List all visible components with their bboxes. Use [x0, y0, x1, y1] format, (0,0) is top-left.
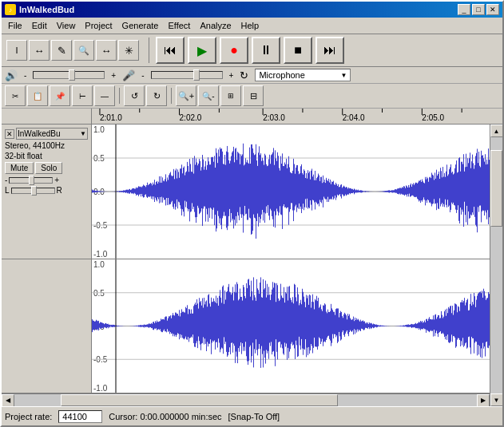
multitool-button[interactable]: ✳: [118, 40, 139, 61]
ruler-svg: [92, 109, 490, 124]
track-1-info-line2: 32-bit float: [5, 152, 88, 160]
app-icon: ♪: [5, 4, 16, 15]
zoom-out-button[interactable]: 🔍-: [198, 85, 219, 106]
envelope-tool-button[interactable]: ↔: [29, 40, 50, 61]
track-1-info: ✕ InWalkedBu ▼ Stereo, 44100Hz 32-bit fl…: [2, 125, 92, 259]
track-1-name-dropdown[interactable]: InWalkedBu ▼: [16, 128, 88, 140]
track-1-name: InWalkedBu: [18, 129, 61, 138]
ffwd-button[interactable]: ⏭: [315, 37, 344, 64]
pan-left-label: L: [5, 186, 10, 195]
ruler-scroll-spacer: [490, 109, 502, 124]
play-button[interactable]: ▶: [188, 37, 216, 64]
pan-right-label: R: [57, 186, 62, 195]
ruler-timeline: 2:01.0 2:02.0 2:03.0 2:04.0 2:05.0: [92, 109, 490, 124]
edit-toolbar: ✂ 📋 📌 ⊢ — ↺ ↻ 🔍+ 🔍- ⊞ ⊟: [2, 84, 502, 109]
track-1-close-button[interactable]: ✕: [5, 129, 14, 139]
maximize-button[interactable]: □: [472, 4, 485, 15]
menu-project[interactable]: Project: [80, 19, 117, 32]
scroll-down-button[interactable]: ▼: [490, 393, 503, 406]
scroll-left-button[interactable]: ◀: [2, 394, 14, 407]
input-icon: ↻: [240, 69, 248, 81]
track-1-waveform[interactable]: [92, 125, 490, 259]
track-1-info-line1: Stereo, 44100Hz: [5, 141, 88, 150]
draw-tool-button[interactable]: ✎: [51, 40, 72, 61]
project-rate-label: Project rate:: [5, 412, 52, 421]
menu-effect[interactable]: Effect: [163, 19, 195, 32]
track-1-mute-button[interactable]: Mute: [5, 162, 34, 174]
track-1: ✕ InWalkedBu ▼ Stereo, 44100Hz 32-bit fl…: [2, 125, 490, 259]
mic-min: -: [141, 71, 144, 80]
track-1-header: ✕ InWalkedBu ▼: [5, 128, 88, 140]
volume-icon: 🔊: [5, 69, 18, 81]
scroll-track[interactable]: [14, 394, 477, 406]
gain-max-icon: +: [54, 176, 59, 184]
track-2-waveform-canvas: [92, 259, 490, 393]
redo-button[interactable]: ↻: [146, 85, 167, 106]
dropdown-arrow-icon: ▼: [340, 72, 347, 79]
title-bar-buttons: _ □ ✕: [458, 4, 499, 15]
timeshift-tool-button[interactable]: ↔: [96, 40, 117, 61]
zoom-fit-button[interactable]: ⊟: [243, 85, 264, 106]
silence-button[interactable]: —: [94, 85, 115, 106]
cursor-info: Cursor: 0:00.000000 min:sec: [109, 412, 221, 421]
track-1-gain-slider[interactable]: [9, 177, 53, 184]
mixer-bar: 🔊 - + 🎤 - + ↻ Microphone ▼: [2, 67, 502, 84]
input-device-dropdown[interactable]: Microphone ▼: [255, 69, 351, 81]
project-rate-input[interactable]: [58, 410, 102, 423]
rewind-button[interactable]: ⏮: [156, 37, 185, 64]
gain-min-icon: -: [5, 176, 7, 184]
title-bar-left: ♪ InWalkedBud: [5, 4, 74, 15]
stop-button[interactable]: ■: [284, 37, 312, 64]
mic-slider[interactable]: [151, 71, 223, 79]
horizontal-scrollbar[interactable]: ◀ ▶: [2, 393, 490, 406]
track-1-buttons: Mute Solo: [5, 162, 88, 174]
zoom-sel-button[interactable]: ⊞: [220, 85, 241, 106]
ruler-track-info: [2, 109, 92, 124]
snap-status: [Snap-To Off]: [228, 412, 280, 421]
menu-help[interactable]: Help: [236, 19, 264, 32]
title-bar: ♪ InWalkedBud _ □ ✕: [2, 2, 502, 18]
mic-icon: 🎤: [122, 69, 135, 81]
menu-bar: File Edit View Project Generate Effect A…: [2, 18, 502, 34]
volume-slider[interactable]: [33, 71, 105, 79]
volume-min: -: [24, 71, 26, 80]
main-window: ♪ InWalkedBud _ □ ✕ File Edit View Proje…: [0, 0, 504, 427]
scroll-up-button[interactable]: ▲: [490, 125, 503, 137]
cut-button[interactable]: ✂: [5, 85, 26, 106]
volume-max: +: [111, 71, 116, 80]
trim-button[interactable]: ⊢: [72, 85, 93, 106]
paste-button[interactable]: 📌: [50, 85, 70, 106]
track-1-gain: - +: [5, 176, 88, 184]
v-scroll-thumb[interactable]: [490, 150, 502, 227]
track-1-pan: L R: [5, 186, 88, 195]
menu-analyze[interactable]: Analyze: [195, 19, 236, 32]
menu-edit[interactable]: Edit: [27, 19, 52, 32]
track-1-dropdown-arrow: ▼: [80, 130, 86, 137]
v-scroll-track[interactable]: [490, 137, 502, 393]
menu-generate[interactable]: Generate: [117, 19, 164, 32]
zoom-tool-button[interactable]: 🔍: [73, 40, 94, 61]
select-tool-button[interactable]: I: [6, 40, 27, 61]
pause-button[interactable]: ⏸: [252, 37, 280, 64]
mic-max: +: [229, 71, 234, 80]
menu-file[interactable]: File: [3, 19, 27, 32]
track-2-waveform[interactable]: [92, 259, 490, 393]
device-label: Microphone: [259, 70, 304, 80]
transport-bar: I ↔ ✎ 🔍 ↔ ✳ ⏮ ▶ ● ⏸ ■ ⏭: [2, 34, 502, 67]
minimize-button[interactable]: _: [458, 4, 470, 15]
track-2-info: [2, 259, 92, 393]
zoom-in-button[interactable]: 🔍+: [176, 85, 196, 106]
track-1-pan-slider[interactable]: [11, 188, 55, 194]
window-title: InWalkedBud: [19, 5, 74, 14]
track-1-waveform-canvas: [92, 125, 490, 259]
track-1-solo-button[interactable]: Solo: [35, 162, 62, 174]
copy-button[interactable]: 📋: [27, 85, 48, 106]
scroll-right-button[interactable]: ▶: [477, 394, 490, 407]
close-button[interactable]: ✕: [486, 4, 499, 15]
track-2: [2, 259, 490, 393]
vertical-scrollbar[interactable]: ▲ ▼: [490, 125, 502, 406]
menu-view[interactable]: View: [52, 19, 81, 32]
record-button[interactable]: ●: [220, 37, 248, 64]
undo-button[interactable]: ↺: [124, 85, 145, 106]
scroll-thumb[interactable]: [61, 394, 338, 406]
